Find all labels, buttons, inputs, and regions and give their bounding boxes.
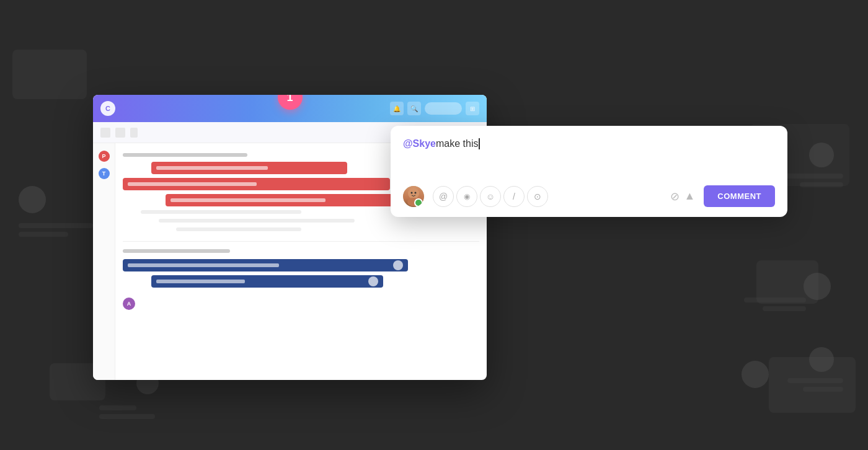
gantt-row-navy-1 xyxy=(123,259,479,271)
gantt-bar-red-2 xyxy=(123,178,390,190)
sidebar-dot-red: P xyxy=(99,151,110,162)
section-header xyxy=(123,153,247,157)
svg-point-3 xyxy=(415,192,417,193)
bg-avatar-2 xyxy=(804,273,831,300)
comment-toolbar-icons: @ ◉ ☺ / ⊙ xyxy=(428,186,666,207)
avatar-row: A xyxy=(123,298,479,310)
search-header-icon[interactable]: 🔍 xyxy=(407,102,421,115)
bg-text-2 xyxy=(19,232,68,237)
bar-circle-1 xyxy=(393,260,403,270)
svg-point-1 xyxy=(407,198,420,206)
bar-label-navy-2 xyxy=(156,280,245,283)
svg-point-2 xyxy=(411,192,413,193)
drive-icon[interactable]: ▲ xyxy=(684,190,696,203)
slash-icon[interactable]: / xyxy=(503,186,525,207)
app-sidebar: P T xyxy=(93,143,115,380)
clickup-icon[interactable]: ◉ xyxy=(456,186,477,207)
bar-label-1 xyxy=(156,166,268,170)
main-scene: 1 C 🔔 🔍 ⊞ P T xyxy=(93,76,775,374)
header-icons: 🔔 🔍 ⊞ xyxy=(390,102,479,115)
bg-text-right-1 xyxy=(781,174,843,179)
gantt-bar-navy-1 xyxy=(123,259,408,271)
right-icons: ⊘ ▲ xyxy=(670,190,696,203)
svg-point-0 xyxy=(408,188,419,199)
bg-text-right-2 xyxy=(800,182,843,187)
app-logo: C xyxy=(100,101,115,116)
toolbar-filter-icon[interactable] xyxy=(115,128,125,138)
bg-text-5 xyxy=(99,414,155,419)
bottom-avatar: A xyxy=(123,298,135,310)
placeholder-2 xyxy=(159,219,355,223)
placeholder-3 xyxy=(176,227,301,231)
target-icon[interactable]: ⊙ xyxy=(527,186,548,207)
gantt-row-navy-2 xyxy=(123,275,479,288)
bg-avatar-1 xyxy=(19,186,46,213)
bar-label-3 xyxy=(170,198,326,202)
bar-circle-2 xyxy=(368,276,378,286)
comment-submit-button[interactable]: COMMENT xyxy=(704,185,775,207)
emoji-icon[interactable]: ☺ xyxy=(480,186,501,207)
comment-text-area[interactable]: @Skye make this xyxy=(403,138,775,175)
bg-card-1 xyxy=(12,50,87,99)
at-icon[interactable]: @ xyxy=(433,186,454,207)
bg-text-6 xyxy=(99,405,136,410)
comment-footer: @ ◉ ☺ / ⊙ ⊘ ▲ COMMENT xyxy=(403,185,775,207)
toolbar-grid-icon[interactable] xyxy=(100,128,110,138)
placeholder-1 xyxy=(141,210,301,214)
gantt-bar-navy-2 xyxy=(151,275,383,288)
attachment-icon[interactable]: ⊘ xyxy=(670,190,680,203)
header-search-bar[interactable] xyxy=(425,102,462,115)
bar-label-2 xyxy=(128,182,257,186)
bg-text-1 xyxy=(19,223,93,228)
gantt-bar-red-3 xyxy=(166,194,397,206)
toolbar-add-icon[interactable] xyxy=(130,128,138,138)
bg-avatar-right-2 xyxy=(809,347,834,372)
sidebar-dot-blue: T xyxy=(99,168,110,179)
gantt-bar-red-1 xyxy=(151,162,347,174)
text-cursor xyxy=(479,138,480,149)
grid-icon[interactable]: ⊞ xyxy=(466,102,479,115)
bell-icon[interactable]: 🔔 xyxy=(390,102,404,115)
blue-section xyxy=(123,259,479,288)
bg-text-right-4 xyxy=(803,387,843,392)
bg-text-right-3 xyxy=(787,378,843,383)
blue-section-header xyxy=(123,249,230,253)
mention-text: @Skye xyxy=(403,138,436,149)
commenter-avatar xyxy=(403,186,424,207)
bg-avatar-right-1 xyxy=(809,143,834,167)
section-divider xyxy=(123,241,479,242)
comment-body-text: make this xyxy=(436,138,478,149)
comment-popup: @Skye make this xyxy=(391,126,787,217)
bar-label-navy-1 xyxy=(128,263,279,267)
